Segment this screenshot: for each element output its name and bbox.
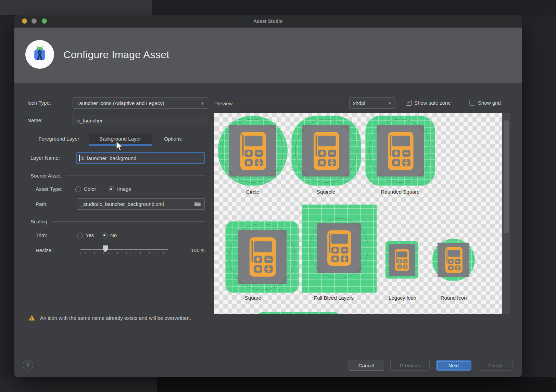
divider (52, 221, 205, 222)
divider (66, 175, 205, 176)
chevron-down-icon: ▼ (201, 101, 204, 105)
cancel-button[interactable]: Cancel (349, 360, 384, 371)
show-safe-zone-checkbox[interactable]: ✓ (406, 100, 412, 106)
resize-value: 100 % (186, 247, 205, 253)
warning-message: An icon with the same name already exist… (40, 315, 191, 321)
density-value: xhdpi (353, 100, 365, 106)
layer-name-input[interactable] (76, 152, 205, 164)
dialog-header: Configure Image Asset (14, 28, 522, 83)
show-grid-checkbox[interactable] (469, 100, 475, 106)
desktop-background-bottom-left (0, 377, 157, 392)
warning-icon (28, 315, 35, 321)
asset-type-radio-color[interactable] (75, 186, 81, 192)
tile-label: Round Icon (439, 295, 468, 301)
preview-tile-legacy (385, 241, 418, 279)
title-bar: Asset Studio (14, 15, 522, 27)
resize-slider-ticks (80, 252, 168, 254)
icon-type-label: Icon Type: (27, 100, 51, 106)
asset-type-radio-image[interactable] (109, 186, 114, 192)
window-zoom-button[interactable] (42, 18, 47, 24)
preview-scrollbar[interactable] (502, 113, 510, 314)
tile-label: Square (236, 295, 270, 301)
resize-slider-track[interactable] (80, 249, 168, 250)
calculator-icon (390, 245, 414, 275)
folder-icon[interactable] (194, 201, 201, 207)
asset-studio-dialog: Asset Studio Configure Image Asset Icon … (14, 15, 522, 377)
text-caret (79, 155, 80, 161)
icon-type-value: Launcher Icons (Adaptive and Legacy) (76, 100, 164, 106)
name-label: Name: (27, 117, 42, 123)
tile-label: Squircle (305, 189, 346, 195)
preview-tile-partial (254, 312, 342, 314)
tile-label: Legacy Icon (389, 295, 416, 301)
resize-label: Resize: (36, 247, 53, 253)
window-title: Asset Studio (14, 15, 522, 27)
desktop-background-bottom-right (157, 377, 556, 392)
preview-tile-square (225, 221, 299, 293)
trim-yes-label[interactable]: Yes (86, 232, 94, 238)
calculator-icon (439, 244, 468, 276)
mouse-cursor (115, 141, 123, 151)
trim-no-label[interactable]: No (110, 232, 117, 238)
path-value: _studio/ic_launcher_background.xml (80, 201, 164, 207)
name-input[interactable] (73, 115, 208, 126)
tile-label: Circle (236, 189, 270, 195)
trim-radio-yes[interactable] (77, 233, 83, 238)
divider (237, 104, 346, 104)
preview-tile-round (432, 239, 475, 281)
trim-label: Trim: (36, 232, 47, 238)
asset-type-label: Asset Type: (36, 186, 62, 192)
divider (14, 354, 522, 354)
previous-button[interactable]: Previous (390, 360, 430, 371)
preview-section-label: Preview (214, 101, 232, 106)
source-asset-section-label: Source Asset (30, 173, 61, 179)
scaling-section-label: Scaling (30, 219, 47, 224)
preview-scrollbar-thumb[interactable] (504, 120, 509, 233)
trim-radio-no[interactable] (102, 233, 108, 238)
density-select[interactable]: xhdpi ▼ (349, 97, 395, 109)
help-button[interactable]: ? (23, 360, 33, 370)
android-studio-logo-icon (25, 40, 54, 69)
page-title: Configure Image Asset (63, 49, 169, 61)
preview-tile-circle (218, 116, 288, 186)
tab-options[interactable]: Options (156, 133, 190, 144)
finish-button[interactable]: Finish (478, 360, 513, 371)
preview-tile-squircle (291, 116, 361, 186)
show-grid-label[interactable]: Show grid (478, 100, 501, 106)
show-safe-zone-label[interactable]: Show safe zone (414, 100, 451, 106)
path-label: Path: (36, 201, 48, 207)
chevron-down-icon: ▼ (388, 101, 392, 105)
asset-type-color-label[interactable]: Color (84, 186, 96, 192)
desktop-background-top-left (0, 0, 152, 15)
preview-tile-rounded-square (365, 116, 435, 186)
next-button[interactable]: Next (436, 360, 471, 371)
layer-name-label: Layer Name: (30, 155, 60, 161)
icon-type-select[interactable]: Launcher Icons (Adaptive and Legacy) ▼ (73, 97, 208, 109)
tile-label: Rounded Square (376, 189, 424, 195)
tile-label: Full Bleed Layers (312, 295, 356, 301)
tab-foreground-layer[interactable]: Foreground Layer (33, 133, 85, 144)
checkmark-icon: ✓ (407, 100, 410, 105)
preview-panel: Circle Squircle (214, 113, 510, 314)
desktop-background-top-right (152, 0, 556, 15)
preview-tile-full-bleed (302, 205, 377, 293)
asset-type-image-label[interactable]: Image (117, 186, 131, 192)
window-close-button[interactable] (22, 18, 27, 24)
resize-slider-handle[interactable] (103, 245, 108, 252)
window-minimize-button[interactable] (31, 18, 37, 24)
path-input[interactable]: _studio/ic_launcher_background.xml (77, 198, 205, 210)
